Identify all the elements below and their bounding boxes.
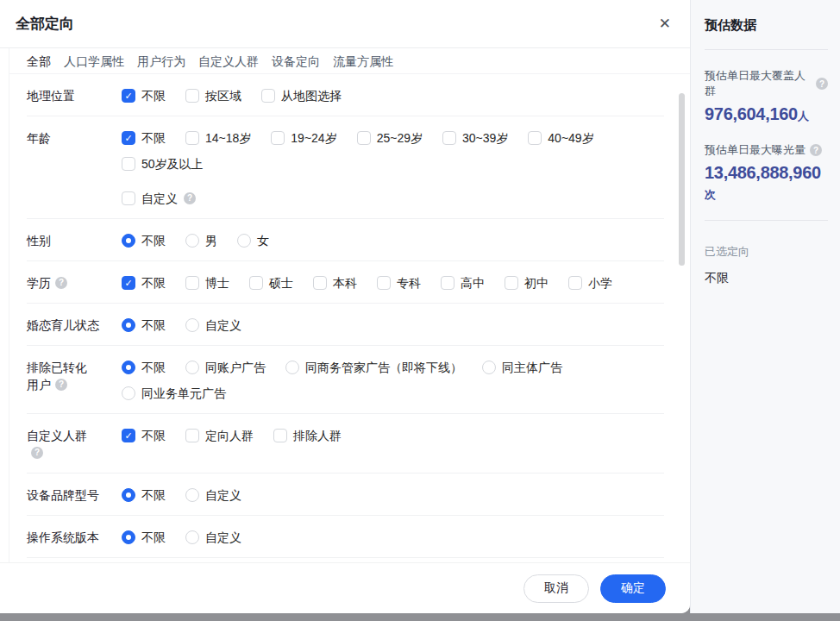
radio-icon[interactable] — [122, 530, 135, 544]
radio-option-不限[interactable]: 不限 — [122, 317, 166, 334]
checkbox-icon[interactable] — [442, 131, 456, 145]
radio-icon[interactable] — [185, 318, 199, 332]
checkbox-option-排除人群[interactable]: 排除人群 — [273, 427, 342, 444]
checkbox-icon[interactable] — [261, 89, 275, 103]
tab-全部[interactable]: 全部 — [27, 54, 51, 70]
help-icon[interactable]: ? — [31, 447, 43, 459]
checkbox-icon[interactable] — [185, 429, 199, 442]
checkbox-icon[interactable] — [122, 157, 135, 171]
checkbox-option-高中[interactable]: 高中 — [441, 274, 485, 292]
radio-icon[interactable] — [185, 234, 199, 248]
cancel-button[interactable]: 取消 — [523, 574, 589, 603]
radio-icon[interactable] — [285, 361, 299, 374]
checkbox-icon[interactable] — [377, 276, 391, 290]
checkbox-icon[interactable] — [505, 276, 518, 290]
metric-coverage-value: 976,604,160人 — [705, 104, 828, 124]
radio-icon[interactable] — [122, 234, 135, 248]
radio-icon[interactable] — [122, 488, 135, 502]
radio-option-同主体广告[interactable]: 同主体广告 — [482, 359, 562, 376]
targeting-scroll-area: 地理位置✓不限按区域从地图选择年龄✓不限14~18岁19~24岁25~29岁30… — [9, 74, 690, 563]
scrollbar-thumb[interactable] — [679, 93, 685, 266]
checkbox-icon[interactable] — [273, 429, 287, 442]
checkbox-option-不限[interactable]: ✓不限 — [122, 427, 166, 444]
tab-人口学属性[interactable]: 人口学属性 — [64, 54, 124, 70]
checkbox-icon[interactable] — [357, 131, 371, 145]
checkbox-option-自定义[interactable]: 自定义? — [122, 190, 196, 207]
radio-option-不限[interactable]: 不限 — [122, 232, 166, 249]
radio-icon[interactable] — [185, 530, 199, 544]
checkbox-icon[interactable] — [313, 276, 327, 290]
tab-设备定向[interactable]: 设备定向 — [272, 54, 320, 70]
checkbox-icon[interactable]: ✓ — [122, 429, 135, 442]
help-icon[interactable]: ? — [184, 192, 196, 204]
option-label: 同业务单元广告 — [141, 385, 226, 402]
help-icon[interactable]: ? — [816, 78, 828, 90]
checkbox-option-不限[interactable]: ✓不限 — [122, 87, 166, 104]
checkbox-option-初中[interactable]: 初中 — [505, 274, 549, 292]
radio-icon[interactable] — [122, 361, 135, 374]
modal-content: 全部人口学属性用户行为自定义人群设备定向流量方属性 地理位置✓不限按区域从地图选… — [9, 48, 690, 563]
checkbox-option-14~18岁[interactable]: 14~18岁 — [185, 129, 251, 147]
checkbox-option-不限[interactable]: ✓不限 — [122, 274, 166, 292]
tab-流量方属性[interactable]: 流量方属性 — [333, 54, 393, 70]
radio-option-自定义[interactable]: 自定义 — [185, 529, 241, 546]
radio-option-同商务管家广告（即将下线）[interactable]: 同商务管家广告（即将下线） — [285, 359, 462, 376]
checkbox-option-本科[interactable]: 本科 — [313, 274, 357, 292]
checkbox-option-从地图选择[interactable]: 从地图选择 — [261, 87, 342, 104]
checkbox-option-25~29岁[interactable]: 25~29岁 — [357, 129, 423, 147]
option-label: 不限 — [141, 129, 166, 147]
checkbox-option-19~24岁[interactable]: 19~24岁 — [271, 129, 336, 147]
radio-option-自定义[interactable]: 自定义 — [185, 317, 241, 334]
radio-option-女[interactable]: 女 — [237, 232, 269, 249]
checkbox-icon[interactable] — [568, 276, 582, 290]
radio-option-同业务单元广告[interactable]: 同业务单元广告 — [122, 385, 226, 402]
checkbox-option-40~49岁[interactable]: 40~49岁 — [528, 129, 593, 147]
option-label: 不限 — [141, 232, 166, 249]
tab-用户行为[interactable]: 用户行为 — [137, 54, 185, 70]
checkbox-icon[interactable]: ✓ — [122, 89, 135, 103]
metric-impressions-label: 预估单日最大曝光量 ? — [705, 142, 828, 158]
checkbox-icon[interactable] — [185, 276, 199, 290]
radio-icon[interactable] — [237, 234, 251, 248]
checkbox-icon[interactable] — [185, 89, 199, 103]
close-icon[interactable]: ✕ — [659, 16, 671, 31]
checkbox-icon[interactable]: ✓ — [122, 276, 135, 290]
modal-title: 全部定向 — [16, 14, 74, 34]
checkbox-icon[interactable] — [441, 276, 454, 290]
radio-icon[interactable] — [122, 386, 135, 400]
checkbox-option-小学[interactable]: 小学 — [568, 274, 612, 292]
radio-option-不限[interactable]: 不限 — [122, 486, 166, 504]
checkbox-option-按区域[interactable]: 按区域 — [185, 87, 241, 104]
radio-option-男[interactable]: 男 — [185, 232, 217, 249]
radio-icon[interactable] — [122, 318, 135, 332]
modal-header: 全部定向 ✕ — [0, 0, 690, 48]
radio-option-自定义[interactable]: 自定义 — [185, 486, 241, 504]
tab-自定义人群[interactable]: 自定义人群 — [198, 54, 259, 70]
checkbox-option-30~39岁[interactable]: 30~39岁 — [442, 129, 508, 147]
checkbox-icon[interactable] — [271, 131, 285, 145]
checkbox-option-博士[interactable]: 博士 — [185, 274, 229, 292]
help-icon[interactable]: ? — [55, 379, 67, 391]
checkbox-icon[interactable] — [528, 131, 542, 145]
radio-icon[interactable] — [185, 488, 199, 502]
confirm-button[interactable]: 确定 — [600, 574, 666, 603]
help-icon[interactable]: ? — [55, 277, 67, 289]
help-icon[interactable]: ? — [810, 144, 822, 156]
checkbox-icon[interactable]: ✓ — [122, 131, 135, 145]
checkbox-option-不限[interactable]: ✓不限 — [122, 129, 166, 147]
row-label-text: 用户 — [27, 376, 51, 393]
checkbox-icon[interactable] — [185, 131, 199, 145]
checkbox-option-50岁及以上[interactable]: 50岁及以上 — [122, 155, 204, 172]
row-options: 不限男女 — [122, 230, 664, 249]
checkbox-option-定向人群[interactable]: 定向人群 — [185, 427, 254, 444]
radio-option-同账户广告[interactable]: 同账户广告 — [185, 359, 266, 376]
radio-option-不限[interactable]: 不限 — [122, 359, 166, 376]
checkbox-icon[interactable] — [249, 276, 263, 290]
radio-option-不限[interactable]: 不限 — [122, 529, 166, 546]
checkbox-option-专科[interactable]: 专科 — [377, 274, 421, 292]
option-label: 同账户广告 — [205, 359, 266, 376]
checkbox-icon[interactable] — [122, 191, 135, 205]
checkbox-option-硕士[interactable]: 硕士 — [249, 274, 293, 292]
radio-icon[interactable] — [185, 361, 199, 374]
radio-icon[interactable] — [482, 361, 496, 374]
